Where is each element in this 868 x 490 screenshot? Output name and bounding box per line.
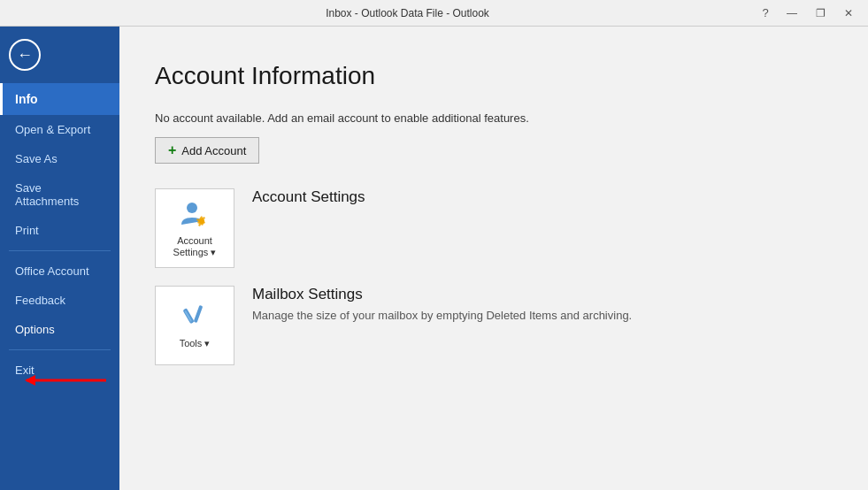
sidebar-item-feedback[interactable]: Feedback — [0, 286, 119, 315]
sidebar-divider-1 — [9, 250, 111, 251]
svg-rect-5 — [194, 305, 204, 323]
minimize-button[interactable]: — — [780, 4, 804, 22]
account-settings-card-label: AccountSettings ▾ — [173, 235, 217, 258]
back-icon: ← — [9, 39, 41, 71]
add-icon: + — [168, 142, 176, 158]
sidebar-item-open-export[interactable]: Open & Export — [0, 115, 119, 144]
mailbox-settings-card[interactable]: Tools ▾ — [155, 286, 234, 365]
mailbox-settings-heading: Mailbox Settings — [252, 286, 632, 303]
main-content: Account Information No account available… — [119, 27, 868, 490]
sidebar-divider-2 — [9, 349, 111, 350]
sidebar-item-save-attachments[interactable]: Save Attachments — [0, 173, 119, 216]
titlebar-controls: ? — ❐ ✕ — [755, 4, 861, 22]
no-account-message: No account available. Add an email accou… — [155, 111, 833, 125]
add-account-label: Add Account — [181, 144, 246, 157]
mailbox-settings-row: Tools ▾ Mailbox Settings Manage the size… — [155, 286, 833, 365]
help-button[interactable]: ? — [755, 4, 776, 22]
mailbox-settings-description: Manage the size of your mailbox by empty… — [252, 309, 632, 322]
sidebar-item-info[interactable]: Info — [0, 83, 119, 115]
back-button[interactable]: ← — [0, 30, 50, 80]
account-settings-info: Account Settings — [252, 188, 365, 211]
titlebar-title: Inbox - Outlook Data File - Outlook — [60, 7, 755, 19]
page-title: Account Information — [155, 62, 833, 90]
close-button[interactable]: ✕ — [836, 4, 861, 22]
sidebar: ← Info Open & Export Save As Save Attach… — [0, 27, 119, 490]
titlebar: Inbox - Outlook Data File - Outlook ? — … — [0, 0, 868, 27]
sidebar-item-exit[interactable]: Exit — [0, 356, 119, 385]
account-settings-heading: Account Settings — [252, 188, 365, 206]
add-account-button[interactable]: + Add Account — [155, 137, 259, 164]
restore-button[interactable]: ❐ — [808, 4, 833, 22]
svg-point-2 — [187, 203, 197, 213]
account-settings-row: AccountSettings ▾ Account Settings — [155, 188, 833, 268]
account-settings-icon — [179, 198, 211, 230]
mailbox-settings-info: Mailbox Settings Manage the size of your… — [252, 286, 632, 322]
app-body: ← Info Open & Export Save As Save Attach… — [0, 27, 868, 490]
sidebar-item-office-account[interactable]: Office Account — [0, 256, 119, 286]
account-settings-card[interactable]: AccountSettings ▾ — [155, 188, 234, 268]
tools-card-label: Tools ▾ — [180, 338, 211, 349]
sidebar-item-print[interactable]: Print — [0, 216, 119, 245]
tools-icon — [179, 301, 211, 333]
sidebar-item-save-as[interactable]: Save As — [0, 144, 119, 173]
sidebar-item-options[interactable]: Options — [0, 315, 119, 344]
